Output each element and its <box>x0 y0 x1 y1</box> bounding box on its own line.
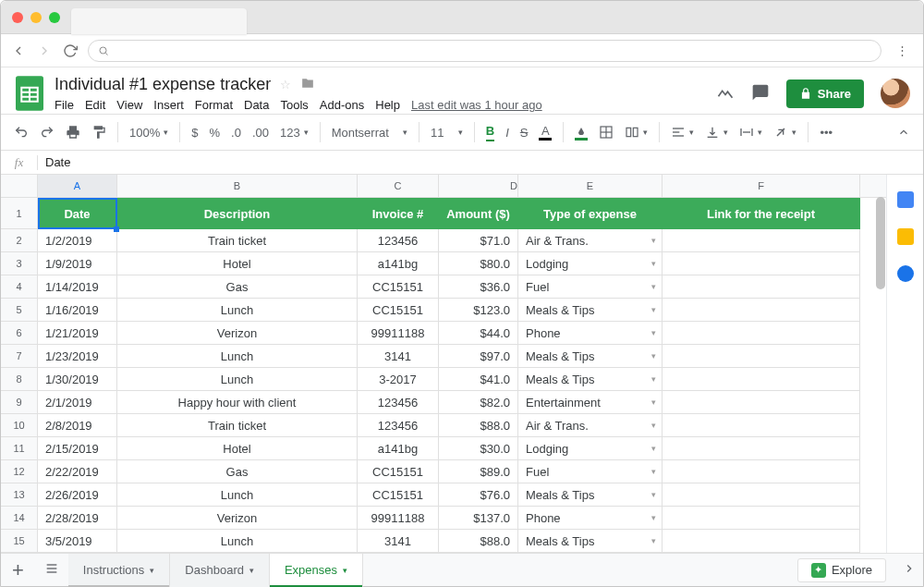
cell-invoice[interactable]: 99911188 <box>358 507 439 530</box>
cell-date[interactable]: 2/15/2019 <box>38 437 117 460</box>
merge-button[interactable]: ▾ <box>625 125 648 140</box>
cell-date[interactable]: 1/2/2019 <box>38 229 117 252</box>
add-sheet-button[interactable]: + <box>1 558 35 582</box>
cell-amount[interactable]: $123.0 <box>439 299 518 322</box>
maximize-window-button[interactable] <box>49 12 60 23</box>
cell-link[interactable] <box>663 483 860 507</box>
url-input[interactable] <box>88 40 881 62</box>
comments-icon[interactable] <box>751 83 770 104</box>
formula-input[interactable]: Date <box>38 155 78 169</box>
cell-date[interactable]: 1/23/2019 <box>38 345 117 368</box>
cell-type[interactable]: Phone▾ <box>518 322 663 345</box>
cell-date[interactable]: 2/22/2019 <box>38 460 117 483</box>
cell-description[interactable]: Verizon <box>117 507 358 530</box>
menu-help[interactable]: Help <box>375 98 400 112</box>
row-header-1[interactable]: 1 <box>1 198 38 229</box>
cell-type[interactable]: Air & Trans.▾ <box>518 414 663 437</box>
cell-description[interactable]: Gas <box>117 460 358 483</box>
collapse-toolbar-button[interactable] <box>897 126 910 139</box>
paintformat-button[interactable] <box>91 125 106 140</box>
col-header-F[interactable]: F <box>663 175 860 197</box>
print-button[interactable] <box>66 125 80 140</box>
header-date[interactable]: Date <box>38 198 117 229</box>
number-format-dropdown[interactable]: 123 ▾ <box>280 126 309 140</box>
sheet-tab-expenses[interactable]: Expenses▾ <box>270 554 363 587</box>
cell-amount[interactable]: $97.0 <box>439 345 518 368</box>
cell-description[interactable]: Happy hour with client <box>117 391 358 414</box>
cell-description[interactable]: Lunch <box>117 530 358 553</box>
rotate-button[interactable]: ▾ <box>773 125 796 140</box>
row-header[interactable]: 8 <box>1 368 38 391</box>
cell-description[interactable]: Lunch <box>117 368 358 391</box>
header-link[interactable]: Link for the receipt <box>663 198 860 229</box>
folder-icon[interactable] <box>300 77 315 92</box>
show-sidepanel-button[interactable] <box>895 562 923 578</box>
halign-button[interactable]: ▾ <box>671 125 694 140</box>
vertical-scrollbar[interactable] <box>875 175 886 553</box>
cell-type[interactable]: Meals & Tips▾ <box>518 345 663 368</box>
cell-link[interactable] <box>663 252 860 275</box>
cell-description[interactable]: Train ticket <box>117 414 358 437</box>
header-type[interactable]: Type of expense <box>518 198 663 229</box>
cell-date[interactable]: 1/16/2019 <box>38 299 117 322</box>
cell-amount[interactable]: $80.0 <box>439 252 518 275</box>
strikethrough-button[interactable]: S <box>520 126 529 140</box>
cell-type[interactable]: Phone▾ <box>518 507 663 530</box>
undo-button[interactable] <box>14 125 29 140</box>
browser-tab[interactable] <box>71 8 247 34</box>
cell-type[interactable]: Entertainment▾ <box>518 391 663 414</box>
cell-description[interactable]: Lunch <box>117 299 358 322</box>
cell-invoice[interactable]: CC15151 <box>358 460 439 483</box>
col-header-C[interactable]: C <box>358 175 439 197</box>
cell-date[interactable]: 1/9/2019 <box>38 252 117 275</box>
col-header-E[interactable]: E <box>518 175 663 197</box>
header-invoice[interactable]: Invoice # <box>358 198 439 229</box>
bold-button[interactable]: B <box>486 124 494 141</box>
cell-link[interactable] <box>663 368 860 391</box>
spreadsheet-grid[interactable]: A B C D E F 1 Date Description Invoice #… <box>1 175 886 553</box>
activity-icon[interactable] <box>716 83 735 104</box>
back-button[interactable] <box>10 43 27 59</box>
cell-invoice[interactable]: 123456 <box>358 229 439 252</box>
explore-button[interactable]: ✦ Explore <box>797 558 886 582</box>
row-header[interactable]: 6 <box>1 322 38 345</box>
redo-button[interactable] <box>40 125 55 140</box>
cell-date[interactable]: 1/30/2019 <box>38 368 117 391</box>
cell-invoice[interactable]: 3-2017 <box>358 368 439 391</box>
cell-amount[interactable]: $137.0 <box>439 507 518 530</box>
percent-button[interactable]: % <box>209 126 220 140</box>
row-header[interactable]: 11 <box>1 437 38 460</box>
cell-invoice[interactable]: a141bg <box>358 437 439 460</box>
currency-button[interactable]: $ <box>191 126 198 140</box>
row-header[interactable]: 15 <box>1 530 38 553</box>
cell-type[interactable]: Meals & Tips▾ <box>518 483 663 507</box>
italic-button[interactable]: I <box>505 126 509 140</box>
cell-description[interactable]: Verizon <box>117 322 358 345</box>
cell-type[interactable]: Meals & Tips▾ <box>518 299 663 322</box>
menu-data[interactable]: Data <box>244 98 269 112</box>
close-window-button[interactable] <box>12 12 23 23</box>
row-header[interactable]: 5 <box>1 299 38 322</box>
cell-description[interactable]: Lunch <box>117 483 358 507</box>
cell-amount[interactable]: $89.0 <box>439 460 518 483</box>
cell-type[interactable]: Meals & Tips▾ <box>518 368 663 391</box>
menu-file[interactable]: File <box>55 98 74 112</box>
cell-type[interactable]: Lodging▾ <box>518 437 663 460</box>
menu-tools[interactable]: Tools <box>280 98 308 112</box>
cell-type[interactable]: Fuel▾ <box>518 460 663 483</box>
cell-date[interactable]: 2/1/2019 <box>38 391 117 414</box>
col-header-D[interactable]: D <box>439 175 518 197</box>
cell-amount[interactable]: $88.0 <box>439 414 518 437</box>
menu-view[interactable]: View <box>116 98 142 112</box>
menu-insert[interactable]: Insert <box>153 98 184 112</box>
all-sheets-button[interactable] <box>35 561 68 579</box>
col-header-A[interactable]: A <box>38 175 117 197</box>
cell-invoice[interactable]: CC15151 <box>358 299 439 322</box>
menu-addons[interactable]: Add-ons <box>320 98 364 112</box>
cell-invoice[interactable]: 3141 <box>358 345 439 368</box>
row-header[interactable]: 3 <box>1 252 38 275</box>
sheet-tab-instructions[interactable]: Instructions▾ <box>68 554 170 587</box>
cell-link[interactable] <box>663 460 860 483</box>
cell-type[interactable]: Lodging▾ <box>518 252 663 275</box>
cell-amount[interactable]: $82.0 <box>439 391 518 414</box>
